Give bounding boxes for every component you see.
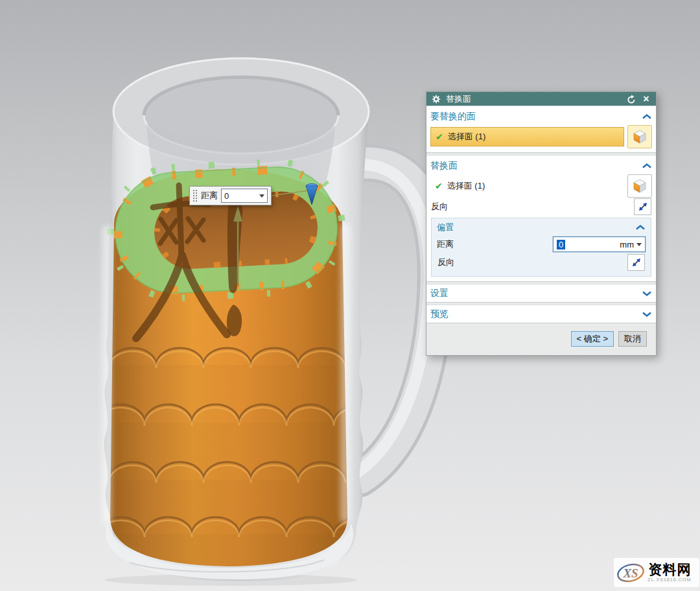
- watermark: XS 资料网 ZL.XS1616.COM: [614, 558, 699, 587]
- dialog-titlebar[interactable]: 替换面 ×: [426, 92, 656, 106]
- watermark-logo-text: XS: [622, 566, 638, 580]
- section-header-settings[interactable]: 设置: [430, 284, 652, 302]
- select-face-label: 选择面 (1): [447, 180, 485, 192]
- onscreen-distance-input[interactable]: 0: [221, 189, 268, 203]
- reverse-direction-button[interactable]: [634, 198, 651, 215]
- onscreen-distance-label: 距离: [201, 190, 218, 202]
- section-settings: 设置: [426, 284, 656, 303]
- offset-header-label: 偏置: [437, 222, 454, 233]
- section-header-replacement-face[interactable]: 替换面: [430, 157, 652, 174]
- unit-dropdown-caret-icon[interactable]: [636, 243, 642, 246]
- face-filter-button[interactable]: [627, 174, 652, 198]
- select-face-row-active[interactable]: ✔ 选择面 (1): [430, 127, 624, 146]
- distance-label: 距离: [437, 238, 454, 250]
- onscreen-distance-box[interactable]: 距离 0: [189, 186, 272, 205]
- replace-face-dialog[interactable]: 替换面 × 要替换的面 ✔ 选择面 (1): [426, 91, 657, 356]
- section-faces-to-replace: 要替换的面 ✔ 选择面 (1): [426, 106, 656, 153]
- offset-group: 偏置 距离 0 mm 反向: [431, 218, 651, 277]
- onscreen-distance-value: 0: [224, 191, 229, 201]
- dialog-footer: < 确定 > 取消: [426, 325, 656, 355]
- face-filter-button[interactable]: [627, 125, 652, 148]
- dialog-title: 替换面: [446, 93, 471, 105]
- cancel-button[interactable]: 取消: [618, 331, 647, 347]
- ok-button[interactable]: < 确定 >: [571, 331, 614, 347]
- chevron-up-icon[interactable]: [635, 224, 646, 231]
- distance-value-selected: 0: [557, 240, 565, 249]
- watermark-site-url: ZL.XS1616.COM: [648, 577, 692, 583]
- section-header-label: 替换面: [430, 160, 458, 172]
- unit-label: mm: [620, 240, 634, 249]
- watermark-site-name: 资料网: [649, 562, 692, 576]
- section-replacement-face: 替换面 ✔ 选择面 (1) 反向: [426, 155, 656, 282]
- check-icon: ✔: [435, 181, 443, 191]
- distance-input[interactable]: 0 mm: [553, 237, 646, 252]
- gear-icon[interactable]: [431, 94, 441, 104]
- watermark-logo-icon: XS: [616, 561, 646, 585]
- check-icon: ✔: [436, 132, 443, 142]
- close-icon[interactable]: ×: [641, 94, 651, 104]
- chevron-up-icon[interactable]: [642, 163, 652, 169]
- dropdown-caret-icon[interactable]: [259, 194, 264, 198]
- dimple-texture: [97, 348, 381, 573]
- drag-grip[interactable]: [192, 189, 198, 203]
- chevron-up-icon[interactable]: [642, 113, 652, 120]
- settings-header-label: 设置: [430, 288, 449, 299]
- chevron-down-icon[interactable]: [642, 290, 652, 297]
- select-face-label: 选择面 (1): [448, 131, 486, 143]
- preview-header-label: 预览: [430, 308, 449, 320]
- section-preview: 预览: [426, 305, 656, 323]
- chevron-down-icon[interactable]: [642, 311, 652, 318]
- section-header-label: 要替换的面: [430, 111, 476, 122]
- reverse-direction-label: 反向: [431, 201, 448, 213]
- offset-reverse-button[interactable]: [627, 254, 645, 271]
- offset-reverse-label: 反向: [438, 257, 454, 268]
- select-face-row[interactable]: ✔ 选择面 (1): [430, 176, 624, 196]
- section-header-faces-to-replace[interactable]: 要替换的面: [430, 108, 652, 125]
- reset-icon[interactable]: [626, 94, 636, 104]
- mug-handle[interactable]: [355, 163, 436, 478]
- section-header-preview[interactable]: 预览: [430, 305, 652, 323]
- offset-group-header[interactable]: 偏置: [437, 219, 646, 235]
